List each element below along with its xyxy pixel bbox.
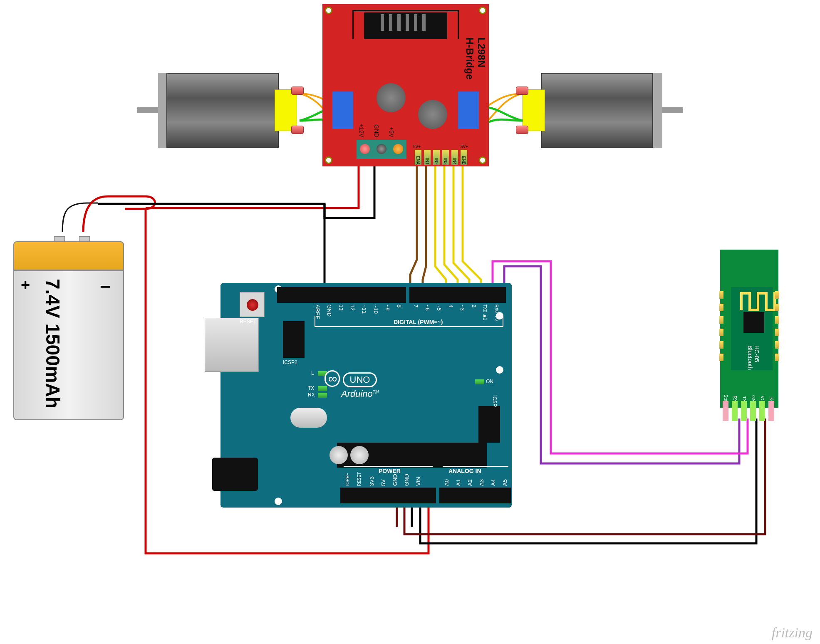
digital-header-1 [277, 287, 406, 303]
battery-negative-label: − [100, 276, 111, 297]
l298n-power-terminal [357, 140, 406, 159]
barrel-jack [212, 458, 258, 491]
lipo-battery: + − 7.4V 1500mAh [4, 241, 133, 424]
icsp-label: ICSP [492, 395, 498, 407]
reset-button[interactable] [240, 292, 265, 317]
hc05-pin-rxd [732, 401, 738, 421]
battery-positive-label: + [21, 276, 30, 294]
arduino-model-badge: UNO [343, 372, 377, 387]
arduino-uno: RESET ICSP2 ICSP L TX RX ON ∞ UNO Arduin… [220, 283, 512, 508]
hc05-pin-txd [741, 401, 747, 421]
digital-header-2 [409, 287, 506, 303]
power-header [340, 488, 436, 503]
l298n-5vplus-a: 5V+ [413, 144, 421, 149]
dc-motor-left [137, 62, 279, 158]
hc05-bluetooth-module: HC-05Bluetooth State RXD TXD GND VCC Key [720, 250, 778, 408]
fritzing-watermark: fritzing [772, 625, 813, 641]
l298n-module: L298N H-Bridge +12V GND +5V 5V+ 5V+ ENA … [322, 4, 489, 166]
l298n-gnd-label: GND [373, 124, 380, 137]
icsp2-label: ICSP2 [283, 359, 297, 365]
hc05-pin-key [768, 401, 774, 421]
battery-rating-label: 7.4V 1500mAh [42, 279, 64, 409]
l298n-5vplus-b: 5V+ [461, 144, 468, 149]
hc05-pin-state [723, 401, 728, 421]
hc05-pin-gnd [750, 401, 756, 421]
power-section-label: POWER [379, 468, 401, 474]
l298n-motor-b-terminal [458, 92, 479, 129]
analog-header [439, 488, 511, 503]
digital-section-label: DIGITAL (PWM=~) [394, 319, 443, 325]
antenna-trace-icon [739, 291, 781, 312]
analog-section-label: ANALOG IN [448, 468, 481, 474]
usb-port [205, 318, 259, 372]
l298n-motor-a-terminal [332, 92, 353, 129]
reset-label: RESET [240, 319, 256, 324]
l298n-title-label: L298N H-Bridge [464, 37, 487, 79]
l298n-5v-label: +5V [388, 127, 395, 137]
hc05-pin-vcc [759, 401, 765, 421]
l298n-12v-label: +12V [358, 124, 365, 137]
dc-motor-right [541, 62, 682, 158]
